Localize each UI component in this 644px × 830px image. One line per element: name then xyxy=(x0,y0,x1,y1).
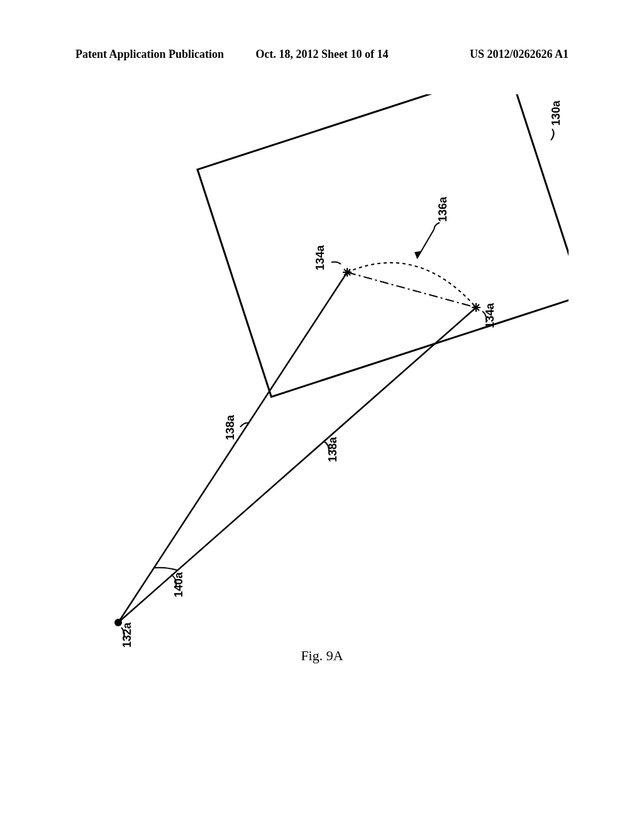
figure-caption: Fig. 9A xyxy=(0,648,644,664)
header-publication-number: US 2012/0262626 A1 xyxy=(404,48,569,61)
header-date-sheet: Oct. 18, 2012 Sheet 10 of 14 xyxy=(240,48,404,61)
chord-line xyxy=(347,272,476,307)
line-138a-left xyxy=(118,272,347,622)
figure-diagram: 130a 134a 134a 136a 138a 138a 140a 132a xyxy=(75,94,569,660)
label-140a: 140a xyxy=(172,572,185,597)
label-132a: 132a xyxy=(121,622,133,648)
box-130a xyxy=(197,94,569,397)
leader-134a-left xyxy=(331,262,341,264)
leader-130a xyxy=(551,129,554,140)
label-138a-right: 138a xyxy=(326,436,339,462)
leader-136a-hook xyxy=(434,223,440,230)
label-134a-right: 134a xyxy=(484,302,496,328)
label-138a-left: 138a xyxy=(224,414,236,440)
header-publication-type: Patent Application Publication xyxy=(75,48,240,61)
label-136a: 136a xyxy=(436,196,449,222)
angle-arc-140a xyxy=(154,568,178,570)
arc-136a xyxy=(347,263,476,307)
label-130a: 130a xyxy=(550,100,562,126)
page-header: Patent Application Publication Oct. 18, … xyxy=(0,48,644,61)
figure-container: 130a 134a 134a 136a 138a 138a 140a 132a xyxy=(75,94,569,660)
label-134a-left: 134a xyxy=(314,245,326,270)
